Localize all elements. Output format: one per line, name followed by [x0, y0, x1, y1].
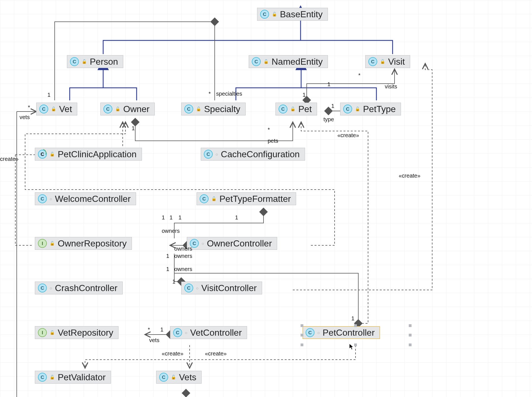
class-icon: C — [38, 284, 47, 292]
class-icon: C — [38, 373, 47, 382]
class-name: OwnerRepository — [58, 239, 127, 248]
interface-owner-repository[interactable]: I🔓OwnerRepository — [35, 237, 132, 250]
class-name: PetClinicApplication — [58, 150, 137, 159]
role-label: owners — [162, 228, 180, 234]
visibility-icon: ○ — [50, 286, 52, 291]
class-vets[interactable]: C🔓Vets — [156, 371, 202, 384]
multiplicity-label: 1 — [235, 215, 238, 220]
class-crash-controller[interactable]: C○CrashController — [35, 282, 123, 294]
visibility-icon: ○ — [185, 330, 187, 335]
class-base-entity[interactable]: C🔓BaseEntity — [257, 8, 328, 21]
class-pet[interactable]: C🔓Pet — [275, 103, 317, 115]
class-specialty[interactable]: C🔓Specialty — [181, 103, 246, 115]
visibility-icon: ○ — [50, 197, 52, 201]
selection-handle[interactable] — [354, 343, 357, 346]
class-name: CacheConfiguration — [221, 150, 300, 159]
class-name: PetTypeFormatter — [219, 194, 291, 203]
interface-icon: I — [38, 328, 47, 337]
multiplicity-label: 1 — [162, 215, 165, 220]
class-vet-controller[interactable]: C○VetController — [170, 326, 247, 339]
class-owner-controller[interactable]: C○OwnerController — [187, 237, 277, 250]
selection-handle[interactable] — [409, 343, 412, 346]
visibility-icon: 🔓 — [272, 12, 277, 17]
multiplicity-label: 1 — [178, 215, 182, 220]
visibility-icon: ○ — [202, 241, 204, 246]
selection-handle[interactable] — [301, 324, 303, 327]
class-pet-type[interactable]: C🔓PetType — [340, 103, 401, 115]
class-icon: C — [306, 328, 315, 337]
class-name: CrashController — [55, 284, 117, 292]
selection-handle[interactable] — [301, 343, 303, 346]
class-name: Visit — [388, 57, 405, 66]
multiplicity-label: * — [28, 105, 30, 110]
role-label: owners — [174, 246, 192, 251]
role-label: owners — [174, 266, 192, 272]
visibility-icon: 🔓 — [51, 106, 56, 112]
class-named-entity[interactable]: C🔓NamedEntity — [249, 55, 328, 68]
visibility-icon: ○ — [196, 286, 199, 291]
class-pet-clinic-application[interactable]: C🔓PetClinicApplication — [35, 148, 142, 161]
visibility-icon: 🔓 — [290, 106, 296, 112]
class-name: Person — [90, 57, 118, 66]
class-icon: C — [38, 194, 47, 203]
class-name: PetController — [323, 328, 375, 337]
multiplicity-label: 1 — [172, 279, 175, 284]
role-label: visits — [385, 84, 397, 89]
selection-handle[interactable] — [409, 324, 412, 327]
class-pet-type-formatter[interactable]: C🔓PetTypeFormatter — [197, 192, 296, 205]
multiplicity-label: 1 — [47, 92, 50, 98]
role-label: type — [323, 117, 334, 122]
role-label: owners — [174, 253, 192, 259]
class-pet-controller[interactable]: C○PetController — [303, 326, 380, 339]
visibility-icon: 🔓 — [50, 330, 55, 335]
multiplicity-label: 1 — [132, 125, 135, 131]
multiplicity-label: * — [358, 72, 361, 78]
mouse-cursor-icon — [349, 343, 354, 350]
class-icon: C — [173, 328, 182, 337]
selection-handle[interactable] — [354, 324, 357, 327]
runnable-class-icon: C — [38, 150, 47, 159]
class-icon: C — [343, 105, 352, 113]
class-icon: C — [204, 150, 213, 159]
multiplicity-label: * — [268, 127, 270, 132]
visibility-icon: 🔓 — [50, 375, 55, 380]
stereotype-label: create» — [0, 156, 19, 162]
visibility-icon: 🔓 — [50, 241, 55, 246]
class-icon: C — [279, 105, 287, 113]
class-icon: C — [103, 105, 112, 113]
stereotype-label: «create» — [399, 173, 420, 178]
multiplicity-label: * — [209, 91, 211, 96]
class-icon: C — [184, 105, 193, 113]
visibility-icon: ○ — [317, 330, 320, 335]
multiplicity-label: 1 — [160, 327, 163, 332]
visibility-icon: 🔓 — [171, 375, 176, 380]
class-name: OwnerController — [207, 239, 272, 248]
multiplicity-label: 1 — [303, 92, 306, 98]
visibility-icon: 🔓 — [50, 152, 55, 157]
interface-icon: I — [38, 239, 47, 248]
class-welcome-controller[interactable]: C○WelcomeController — [35, 192, 136, 205]
role-label: specialties — [216, 91, 242, 96]
class-visit[interactable]: C🔓Visit — [365, 55, 410, 68]
visibility-icon: ○ — [216, 152, 218, 157]
class-person[interactable]: C🔓Person — [67, 55, 123, 68]
class-name: PetValidator — [58, 373, 106, 382]
class-icon: C — [184, 284, 193, 292]
class-pet-validator[interactable]: C🔓PetValidator — [35, 371, 111, 384]
selection-handle[interactable] — [301, 334, 303, 337]
class-icon: C — [200, 194, 209, 203]
class-visit-controller[interactable]: C○VisitController — [181, 282, 262, 294]
class-icon: C — [159, 373, 168, 382]
multiplicity-label: * — [148, 327, 150, 332]
class-name: Vet — [59, 105, 72, 113]
multiplicity-label: 1 — [166, 253, 169, 259]
class-owner[interactable]: C🔓Owner — [100, 103, 155, 115]
role-label: pets — [268, 138, 278, 144]
multiplicity-label: 1 — [351, 316, 354, 321]
class-vet[interactable]: C🔓Vet — [36, 103, 77, 115]
class-cache-configuration[interactable]: C○CacheConfiguration — [201, 148, 305, 161]
stereotype-label: «create» — [337, 132, 359, 138]
interface-vet-repository[interactable]: I🔓VetRepository — [35, 326, 119, 339]
selection-handle[interactable] — [409, 334, 412, 337]
multiplicity-label: 1 — [166, 266, 169, 272]
